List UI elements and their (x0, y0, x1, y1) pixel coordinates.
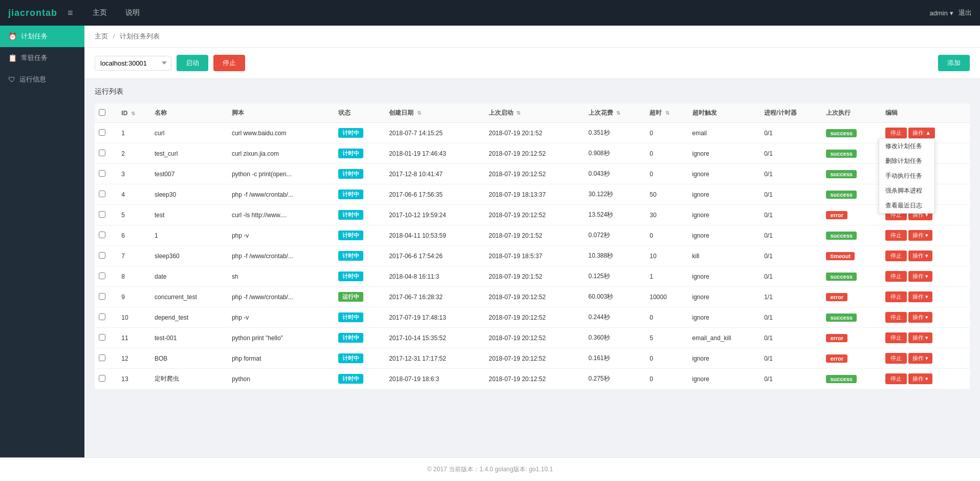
brand-logo: jiacrontab (8, 8, 57, 18)
sidebar-item-runtime[interactable]: 🛡 运行信息 (0, 69, 84, 90)
cell-checkbox (95, 328, 117, 348)
add-button[interactable]: 添加 (938, 55, 970, 71)
cell-last-exec: success (822, 369, 881, 389)
sidebar-item-daemon-label: 常驻任务 (21, 53, 48, 62)
cell-timeout-trigger: ignore (688, 184, 760, 205)
cell-last-start: 2018-07-19 20:12:52 (485, 307, 584, 328)
row-checkbox[interactable] (99, 354, 105, 361)
stop-button[interactable]: 停止 (885, 291, 907, 302)
row-checkbox[interactable] (99, 150, 105, 156)
sidebar-item-scheduled-label: 计划任务 (21, 32, 48, 41)
stop-button[interactable]: 停止 (885, 312, 907, 323)
stop-button[interactable]: 停止 (885, 230, 907, 241)
exec-badge: success (826, 232, 856, 240)
cell-script: sh (228, 266, 334, 287)
layout: ⏰ 计划任务 📋 常驻任务 🛡 运行信息 主页 / 计划任务列表 localho… (0, 26, 980, 457)
cell-process: 0/1 (760, 225, 822, 246)
server-select[interactable]: localhost:30001 (95, 56, 171, 71)
row-checkbox[interactable] (99, 211, 105, 218)
row-checkbox[interactable] (99, 334, 105, 341)
op-button[interactable]: 操作 ▾ (908, 291, 932, 302)
cell-id: 10 (117, 307, 150, 328)
topnav-home-link[interactable]: 主页 (89, 6, 111, 19)
topnav-docs-link[interactable]: 说明 (121, 6, 144, 19)
stop-button[interactable]: 停止 (885, 271, 907, 282)
cell-last-exec: success (822, 225, 881, 246)
op-button[interactable]: 操作 ▾ (908, 332, 932, 343)
cell-checkbox (95, 143, 117, 164)
op-button[interactable]: 操作 ▲ (908, 128, 935, 138)
username-label: admin (930, 9, 948, 17)
menu-icon[interactable]: ≡ (68, 8, 73, 18)
stop-button[interactable]: 停止 (885, 353, 907, 364)
cell-status: 计时中 (334, 328, 385, 348)
cell-process: 0/1 (760, 307, 822, 328)
op-dropdown: 操作 ▾ 修改计划任务 删除计划任务 手动执行任务 强杀脚本进程 查看最近日志 (908, 312, 932, 323)
stop-button[interactable]: 停止 (885, 128, 907, 138)
cell-name: test (150, 205, 228, 225)
cell-last-exec: error (822, 348, 881, 369)
cell-status: 计时中 (334, 307, 385, 328)
user-menu[interactable]: admin ▾ (930, 9, 953, 17)
row-checkbox[interactable] (99, 252, 105, 259)
cell-id: 11 (117, 328, 150, 348)
cell-script: python print "hello" (228, 328, 334, 348)
cell-id: 4 (117, 184, 150, 205)
cell-name: test_curl (150, 143, 228, 164)
status-badge: 计时中 (338, 128, 363, 138)
row-checkbox[interactable] (99, 313, 105, 320)
logout-button[interactable]: 退出 (959, 8, 972, 17)
cell-created: 2018-04-8 16:11:3 (385, 266, 485, 287)
cell-process: 0/1 (760, 369, 822, 389)
cell-created: 2017-12-31 17:17:52 (385, 348, 485, 369)
row-checkbox[interactable] (99, 129, 105, 136)
stop-button[interactable]: 停止 (885, 373, 907, 384)
op-delete[interactable]: 删除计划任务 (879, 154, 934, 169)
row-checkbox[interactable] (99, 170, 105, 177)
cell-last-start: 2018-07-19 20:12:52 (485, 143, 584, 164)
stop-button[interactable]: 停止 (885, 250, 907, 261)
cell-status: 计时中 (334, 164, 385, 184)
row-checkbox[interactable] (99, 293, 105, 300)
cell-last-cost: 0.360秒 (584, 328, 646, 348)
cell-name: curl (150, 123, 228, 143)
cell-script: php -f /www/crontab/... (228, 184, 334, 205)
op-button[interactable]: 操作 ▾ (908, 353, 932, 364)
cell-last-exec: success (822, 266, 881, 287)
op-kill[interactable]: 强杀脚本进程 (879, 183, 934, 198)
sidebar-item-scheduled[interactable]: ⏰ 计划任务 (0, 26, 84, 47)
stop-button[interactable]: 停止 (885, 332, 907, 343)
row-checkbox[interactable] (99, 191, 105, 197)
cell-last-cost: 0.275秒 (584, 369, 646, 389)
start-button[interactable]: 启动 (177, 55, 208, 71)
select-all-checkbox[interactable] (99, 109, 105, 116)
op-button[interactable]: 操作 ▾ (908, 271, 932, 282)
op-dropdown: 操作 ▾ 修改计划任务 删除计划任务 手动执行任务 强杀脚本进程 查看最近日志 (908, 332, 932, 343)
cell-last-exec: success (822, 307, 881, 328)
cell-timeout-trigger: email (688, 123, 760, 143)
op-button[interactable]: 操作 ▾ (908, 250, 932, 261)
op-manual[interactable]: 手动执行任务 (879, 169, 934, 183)
cell-process: 0/1 (760, 123, 822, 143)
cell-id: 13 (117, 369, 150, 389)
row-checkbox[interactable] (99, 375, 105, 382)
row-checkbox[interactable] (99, 232, 105, 238)
op-button[interactable]: 操作 ▾ (908, 373, 932, 384)
content-area: 运行列表 ID ⇅ 名称 脚本 状态 创建日期 ⇅ 上次启动 ⇅ 上次花费 ⇅ (84, 79, 980, 457)
cell-last-exec: success (822, 164, 881, 184)
exec-badge: success (826, 375, 856, 383)
breadcrumb-home[interactable]: 主页 (95, 32, 108, 40)
op-log[interactable]: 查看最近日志 (879, 198, 934, 213)
cell-script: php -v (228, 225, 334, 246)
table-row: 8 date sh 计时中 2018-04-8 16:11:3 2018-07-… (95, 266, 970, 287)
cell-id: 5 (117, 205, 150, 225)
sidebar-item-daemon[interactable]: 📋 常驻任务 (0, 47, 84, 69)
row-checkbox[interactable] (99, 273, 105, 279)
op-button[interactable]: 操作 ▾ (908, 230, 932, 241)
exec-badge: success (826, 191, 856, 199)
status-badge: 计时中 (338, 190, 363, 199)
op-edit[interactable]: 修改计划任务 (879, 139, 934, 154)
stop-all-button[interactable]: 停止 (213, 55, 245, 71)
op-button[interactable]: 操作 ▾ (908, 312, 932, 323)
cell-process: 0/1 (760, 164, 822, 184)
